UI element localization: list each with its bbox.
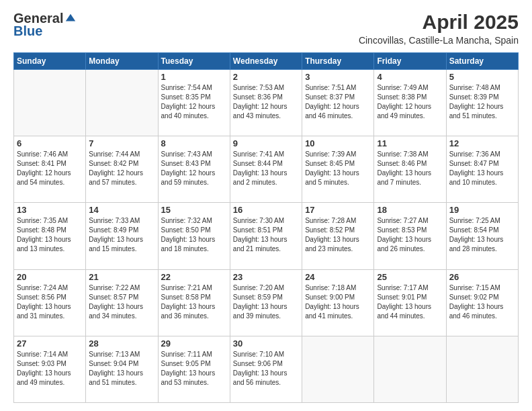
day-info: Sunrise: 7:15 AM Sunset: 9:02 PM Dayligh… bbox=[449, 283, 515, 321]
calendar-cell: 23Sunrise: 7:20 AM Sunset: 8:59 PM Dayli… bbox=[230, 269, 302, 336]
calendar-cell: 8Sunrise: 7:43 AM Sunset: 8:43 PM Daylig… bbox=[158, 136, 230, 203]
page-title: April 2025 bbox=[359, 11, 519, 34]
day-header-thursday: Thursday bbox=[302, 53, 374, 70]
day-number: 28 bbox=[89, 338, 154, 349]
day-info: Sunrise: 7:25 AM Sunset: 8:54 PM Dayligh… bbox=[449, 216, 515, 254]
day-info: Sunrise: 7:35 AM Sunset: 8:48 PM Dayligh… bbox=[17, 216, 83, 254]
day-number: 25 bbox=[377, 272, 443, 282]
day-number: 19 bbox=[449, 205, 515, 215]
calendar-week-5: 27Sunrise: 7:14 AM Sunset: 9:03 PM Dayli… bbox=[14, 336, 519, 402]
day-header-saturday: Saturday bbox=[446, 53, 518, 70]
day-number: 18 bbox=[377, 205, 443, 215]
calendar-week-1: 1Sunrise: 7:54 AM Sunset: 8:35 PM Daylig… bbox=[14, 70, 519, 136]
day-info: Sunrise: 7:33 AM Sunset: 8:49 PM Dayligh… bbox=[89, 216, 154, 254]
calendar-cell: 19Sunrise: 7:25 AM Sunset: 8:54 PM Dayli… bbox=[446, 203, 518, 269]
day-info: Sunrise: 7:11 AM Sunset: 9:05 PM Dayligh… bbox=[161, 350, 227, 387]
day-info: Sunrise: 7:32 AM Sunset: 8:50 PM Dayligh… bbox=[161, 216, 227, 254]
day-header-sunday: Sunday bbox=[14, 53, 86, 70]
day-number: 3 bbox=[305, 72, 371, 82]
day-header-wednesday: Wednesday bbox=[230, 53, 302, 70]
calendar-cell: 11Sunrise: 7:38 AM Sunset: 8:46 PM Dayli… bbox=[374, 136, 446, 203]
calendar-cell: 14Sunrise: 7:33 AM Sunset: 8:49 PM Dayli… bbox=[86, 203, 158, 269]
day-number: 30 bbox=[233, 338, 299, 349]
header: General Blue April 2025 Cincovillas, Cas… bbox=[13, 11, 519, 46]
day-number: 17 bbox=[305, 205, 371, 215]
calendar-cell: 25Sunrise: 7:17 AM Sunset: 9:01 PM Dayli… bbox=[374, 269, 446, 336]
calendar-week-2: 6Sunrise: 7:46 AM Sunset: 8:41 PM Daylig… bbox=[14, 136, 519, 203]
day-info: Sunrise: 7:30 AM Sunset: 8:51 PM Dayligh… bbox=[233, 216, 299, 254]
day-info: Sunrise: 7:13 AM Sunset: 9:04 PM Dayligh… bbox=[89, 350, 154, 387]
day-info: Sunrise: 7:18 AM Sunset: 9:00 PM Dayligh… bbox=[305, 283, 371, 321]
day-number: 8 bbox=[161, 138, 227, 148]
day-info: Sunrise: 7:38 AM Sunset: 8:46 PM Dayligh… bbox=[377, 150, 443, 187]
header-right: April 2025 Cincovillas, Castille-La Manc… bbox=[359, 11, 519, 46]
day-number: 1 bbox=[161, 72, 227, 82]
calendar-cell: 9Sunrise: 7:41 AM Sunset: 8:44 PM Daylig… bbox=[230, 136, 302, 203]
calendar-cell: 1Sunrise: 7:54 AM Sunset: 8:35 PM Daylig… bbox=[158, 70, 230, 136]
calendar-cell: 10Sunrise: 7:39 AM Sunset: 8:45 PM Dayli… bbox=[302, 136, 374, 203]
calendar-cell: 15Sunrise: 7:32 AM Sunset: 8:50 PM Dayli… bbox=[158, 203, 230, 269]
calendar-cell: 30Sunrise: 7:10 AM Sunset: 9:06 PM Dayli… bbox=[230, 336, 302, 402]
calendar-cell bbox=[302, 336, 374, 402]
day-info: Sunrise: 7:36 AM Sunset: 8:47 PM Dayligh… bbox=[449, 150, 515, 187]
calendar-cell: 22Sunrise: 7:21 AM Sunset: 8:58 PM Dayli… bbox=[158, 269, 230, 336]
day-number: 7 bbox=[89, 138, 154, 148]
day-info: Sunrise: 7:44 AM Sunset: 8:42 PM Dayligh… bbox=[89, 150, 154, 187]
calendar-cell: 26Sunrise: 7:15 AM Sunset: 9:02 PM Dayli… bbox=[446, 269, 518, 336]
day-info: Sunrise: 7:53 AM Sunset: 8:36 PM Dayligh… bbox=[233, 83, 299, 121]
day-number: 10 bbox=[305, 138, 371, 148]
day-info: Sunrise: 7:17 AM Sunset: 9:01 PM Dayligh… bbox=[377, 283, 443, 321]
day-info: Sunrise: 7:51 AM Sunset: 8:37 PM Dayligh… bbox=[305, 83, 371, 121]
day-info: Sunrise: 7:24 AM Sunset: 8:56 PM Dayligh… bbox=[17, 283, 83, 321]
logo-icon bbox=[64, 13, 77, 25]
calendar-week-3: 13Sunrise: 7:35 AM Sunset: 8:48 PM Dayli… bbox=[14, 203, 519, 269]
day-number: 13 bbox=[17, 205, 83, 215]
calendar-cell: 27Sunrise: 7:14 AM Sunset: 9:03 PM Dayli… bbox=[14, 336, 86, 402]
day-info: Sunrise: 7:54 AM Sunset: 8:35 PM Dayligh… bbox=[161, 83, 227, 121]
day-number: 14 bbox=[89, 205, 154, 215]
calendar-body: 1Sunrise: 7:54 AM Sunset: 8:35 PM Daylig… bbox=[14, 70, 519, 403]
day-info: Sunrise: 7:10 AM Sunset: 9:06 PM Dayligh… bbox=[233, 350, 299, 387]
day-number: 24 bbox=[305, 272, 371, 282]
calendar-cell: 16Sunrise: 7:30 AM Sunset: 8:51 PM Dayli… bbox=[230, 203, 302, 269]
day-info: Sunrise: 7:48 AM Sunset: 8:39 PM Dayligh… bbox=[449, 83, 515, 121]
day-info: Sunrise: 7:28 AM Sunset: 8:52 PM Dayligh… bbox=[305, 216, 371, 254]
day-number: 12 bbox=[449, 138, 515, 148]
day-info: Sunrise: 7:49 AM Sunset: 8:38 PM Dayligh… bbox=[377, 83, 443, 121]
calendar-cell: 21Sunrise: 7:22 AM Sunset: 8:57 PM Dayli… bbox=[86, 269, 158, 336]
calendar-cell: 7Sunrise: 7:44 AM Sunset: 8:42 PM Daylig… bbox=[86, 136, 158, 203]
calendar-cell: 29Sunrise: 7:11 AM Sunset: 9:05 PM Dayli… bbox=[158, 336, 230, 402]
day-info: Sunrise: 7:43 AM Sunset: 8:43 PM Dayligh… bbox=[161, 150, 227, 187]
day-info: Sunrise: 7:27 AM Sunset: 8:53 PM Dayligh… bbox=[377, 216, 443, 254]
svg-marker-0 bbox=[66, 13, 75, 21]
logo: General Blue bbox=[13, 11, 77, 39]
day-number: 22 bbox=[161, 272, 227, 282]
calendar-header-row: SundayMondayTuesdayWednesdayThursdayFrid… bbox=[14, 53, 519, 70]
calendar-cell: 3Sunrise: 7:51 AM Sunset: 8:37 PM Daylig… bbox=[302, 70, 374, 136]
day-header-tuesday: Tuesday bbox=[158, 53, 230, 70]
day-info: Sunrise: 7:39 AM Sunset: 8:45 PM Dayligh… bbox=[305, 150, 371, 187]
calendar-cell: 2Sunrise: 7:53 AM Sunset: 8:36 PM Daylig… bbox=[230, 70, 302, 136]
calendar-cell: 24Sunrise: 7:18 AM Sunset: 9:00 PM Dayli… bbox=[302, 269, 374, 336]
calendar-cell: 17Sunrise: 7:28 AM Sunset: 8:52 PM Dayli… bbox=[302, 203, 374, 269]
calendar-week-4: 20Sunrise: 7:24 AM Sunset: 8:56 PM Dayli… bbox=[14, 269, 519, 336]
page-subtitle: Cincovillas, Castille-La Mancha, Spain bbox=[359, 35, 519, 46]
day-number: 23 bbox=[233, 272, 299, 282]
logo-blue: Blue bbox=[13, 24, 42, 39]
day-info: Sunrise: 7:22 AM Sunset: 8:57 PM Dayligh… bbox=[89, 283, 154, 321]
day-number: 26 bbox=[449, 272, 515, 282]
calendar-cell: 4Sunrise: 7:49 AM Sunset: 8:38 PM Daylig… bbox=[374, 70, 446, 136]
day-info: Sunrise: 7:41 AM Sunset: 8:44 PM Dayligh… bbox=[233, 150, 299, 187]
day-header-friday: Friday bbox=[374, 53, 446, 70]
day-info: Sunrise: 7:46 AM Sunset: 8:41 PM Dayligh… bbox=[17, 150, 83, 187]
day-number: 21 bbox=[89, 272, 154, 282]
day-header-monday: Monday bbox=[86, 53, 158, 70]
calendar-cell: 28Sunrise: 7:13 AM Sunset: 9:04 PM Dayli… bbox=[86, 336, 158, 402]
day-number: 6 bbox=[17, 138, 83, 148]
calendar-cell: 18Sunrise: 7:27 AM Sunset: 8:53 PM Dayli… bbox=[374, 203, 446, 269]
day-number: 20 bbox=[17, 272, 83, 282]
day-number: 2 bbox=[233, 72, 299, 82]
day-number: 5 bbox=[449, 72, 515, 82]
calendar-cell bbox=[374, 336, 446, 402]
calendar-cell: 5Sunrise: 7:48 AM Sunset: 8:39 PM Daylig… bbox=[446, 70, 518, 136]
